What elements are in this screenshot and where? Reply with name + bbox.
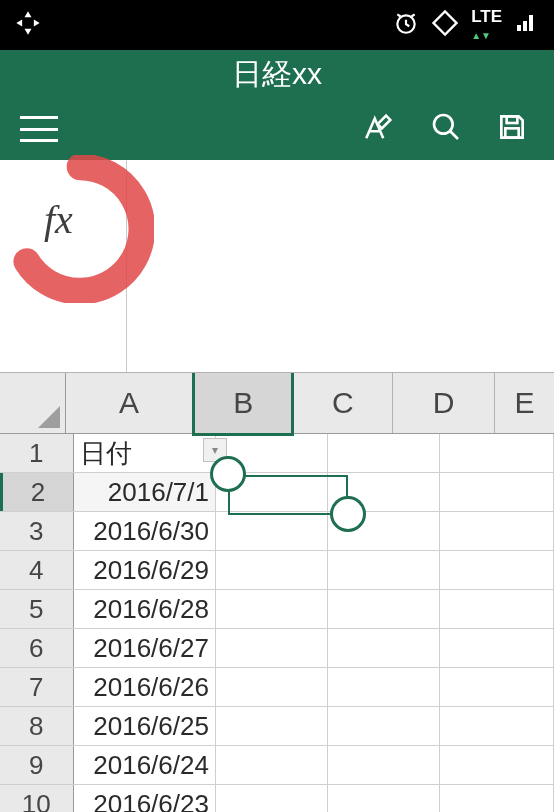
rotate-icon (431, 9, 459, 41)
cell-d3[interactable] (440, 512, 554, 550)
row-header-3[interactable]: 3 (0, 512, 74, 550)
spreadsheet-grid[interactable]: A B C D E 1 日付 ▾ 2 2016/7/1 3 2016/6/30 (0, 372, 554, 812)
row-header-6[interactable]: 6 (0, 629, 74, 667)
annotation-circle (6, 155, 154, 303)
selection-handle-bottom-right[interactable] (330, 496, 366, 532)
status-bar: LTE ▲▼ (0, 0, 554, 50)
col-header-a[interactable]: A (66, 373, 193, 433)
cell-c7[interactable] (328, 668, 440, 706)
cell-a2[interactable]: 2016/7/1 (74, 473, 216, 511)
data-area: 1 日付 ▾ 2 2016/7/1 3 2016/6/30 4 2016/6/2… (0, 434, 554, 812)
cell-d6[interactable] (440, 629, 554, 667)
cell-b6[interactable] (216, 629, 328, 667)
cell-b5[interactable] (216, 590, 328, 628)
selection-handle-top-left[interactable] (210, 456, 246, 492)
cell-d7[interactable] (440, 668, 554, 706)
svg-rect-4 (505, 128, 518, 137)
row-7: 7 2016/6/26 (0, 668, 554, 707)
document-title: 日経xx (232, 54, 322, 95)
signal-icon (514, 11, 540, 39)
toolbar (0, 98, 554, 160)
cell-c1[interactable] (328, 434, 440, 472)
format-button[interactable] (362, 110, 396, 148)
search-button[interactable] (430, 111, 462, 147)
row-2: 2 2016/7/1 (0, 473, 554, 512)
row-4: 4 2016/6/29 (0, 551, 554, 590)
status-right: LTE ▲▼ (393, 8, 540, 42)
row-header-5[interactable]: 5 (0, 590, 74, 628)
row-header-1[interactable]: 1 (0, 434, 74, 472)
lte-indicator: LTE ▲▼ (471, 8, 502, 42)
cell-a3[interactable]: 2016/6/30 (74, 512, 216, 550)
toolbar-left (20, 116, 58, 142)
col-header-c[interactable]: C (293, 373, 393, 433)
cell-d9[interactable] (440, 746, 554, 784)
row-1: 1 日付 ▾ (0, 434, 554, 473)
row-8: 8 2016/6/25 (0, 707, 554, 746)
toolbar-right (362, 110, 534, 148)
cell-c10[interactable] (328, 785, 440, 812)
cell-c8[interactable] (328, 707, 440, 745)
cell-a6[interactable]: 2016/6/27 (74, 629, 216, 667)
row-header-4[interactable]: 4 (0, 551, 74, 589)
cell-b8[interactable] (216, 707, 328, 745)
cell-c9[interactable] (328, 746, 440, 784)
menu-button[interactable] (20, 116, 58, 142)
status-left (14, 9, 42, 41)
cell-d5[interactable] (440, 590, 554, 628)
svg-rect-1 (434, 11, 457, 34)
alarm-icon (393, 10, 419, 40)
col-header-b[interactable]: B (192, 373, 294, 436)
lte-text: LTE (471, 7, 502, 26)
cell-b10[interactable] (216, 785, 328, 812)
cell-a10[interactable]: 2016/6/23 (74, 785, 216, 812)
row-6: 6 2016/6/27 (0, 629, 554, 668)
cell-d1[interactable] (440, 434, 554, 472)
cell-d2[interactable] (440, 473, 554, 511)
cell-c6[interactable] (328, 629, 440, 667)
cell-d4[interactable] (440, 551, 554, 589)
row-header-9[interactable]: 9 (0, 746, 74, 784)
cell-c5[interactable] (328, 590, 440, 628)
title-bar: 日経xx (0, 50, 554, 98)
select-all-corner[interactable] (0, 373, 66, 433)
col-header-d[interactable]: D (393, 373, 495, 433)
col-header-e[interactable]: E (495, 373, 554, 433)
cell-a5[interactable]: 2016/6/28 (74, 590, 216, 628)
cell-b3[interactable] (216, 512, 328, 550)
cell-b4[interactable] (216, 551, 328, 589)
cell-a7[interactable]: 2016/6/26 (74, 668, 216, 706)
cell-d8[interactable] (440, 707, 554, 745)
cell-d10[interactable] (440, 785, 554, 812)
cell-b9[interactable] (216, 746, 328, 784)
svg-point-2 (434, 115, 453, 134)
row-header-10[interactable]: 10 (0, 785, 74, 812)
row-header-7[interactable]: 7 (0, 668, 74, 706)
row-5: 5 2016/6/28 (0, 590, 554, 629)
photos-icon (14, 9, 42, 41)
row-3: 3 2016/6/30 (0, 512, 554, 551)
cell-a9[interactable]: 2016/6/24 (74, 746, 216, 784)
row-header-8[interactable]: 8 (0, 707, 74, 745)
cell-a4[interactable]: 2016/6/29 (74, 551, 216, 589)
svg-rect-3 (507, 116, 518, 123)
row-header-2[interactable]: 2 (0, 473, 74, 511)
fx-label[interactable]: fx (44, 196, 73, 243)
save-button[interactable] (496, 111, 528, 147)
column-headers: A B C D E (0, 372, 554, 434)
cell-a1[interactable]: 日付 (74, 434, 216, 472)
cell-c4[interactable] (328, 551, 440, 589)
row-10: 10 2016/6/23 (0, 785, 554, 812)
cell-b7[interactable] (216, 668, 328, 706)
row-9: 9 2016/6/24 (0, 746, 554, 785)
formula-bar-area[interactable]: fx (0, 160, 554, 372)
cell-a8[interactable]: 2016/6/25 (74, 707, 216, 745)
